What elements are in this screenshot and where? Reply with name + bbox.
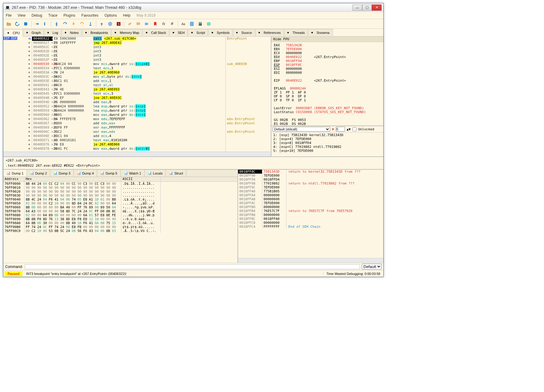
stack-row[interactable]: 0018FFB800000000: [238, 213, 383, 217]
restart-button[interactable]: [14, 20, 21, 28]
menu-help[interactable]: Help: [123, 13, 131, 18]
trace-over-button[interactable]: [78, 20, 86, 28]
menu-view[interactable]: View: [18, 13, 25, 18]
tab-notes[interactable]: ●Notes: [61, 29, 82, 36]
hide-fpu-button[interactable]: Hide FPU: [271, 37, 383, 42]
disasm-row[interactable]: 0040E03A <2674 24je 267.40E060: [3, 70, 271, 75]
menu-file[interactable]: File: [6, 13, 11, 18]
variables-button[interactable]: #: [169, 20, 176, 28]
dump-tab-5[interactable]: 📊Watch 1: [121, 170, 145, 177]
disasm-row[interactable]: 0040E027 <26E9 16FEFFFFjmp 267.40DE42: [3, 41, 271, 45]
stack-row[interactable]: 0018FF8C75B1343Dreturn to kernel32.75B13…: [238, 170, 383, 174]
maximize-button[interactable]: ▢: [362, 5, 372, 11]
disasm-row[interactable]: 0040E06C <2633C2xor eax,edxedx:EntryPoin…: [3, 130, 271, 134]
dump-pane[interactable]: 📊Dump 1📊Dump 2📊Dump 3📊Dump 4📊Dump 5📊Watc…: [3, 170, 238, 263]
menu-favourites[interactable]: Favourites: [81, 13, 98, 18]
tab-cpu[interactable]: ●CPU: [4, 29, 23, 37]
stack-row[interactable]: 0018FF9877019802return to ntdll.77019802…: [238, 181, 383, 185]
stack-pane[interactable]: 0018FF8C75B1343Dreturn to kernel32.75B13…: [238, 170, 383, 263]
tab-script[interactable]: ●Script: [188, 29, 208, 36]
disasm-row[interactable]: 0040E02C <26CCint3: [3, 45, 271, 49]
dump-header-ascii[interactable]: ASCII: [121, 177, 161, 181]
dump-row[interactable]: 76FF00008B442404CCC20400CC90C390CCC39090…: [3, 182, 238, 186]
tab-graph[interactable]: ●Graph: [23, 29, 44, 36]
disasm-row[interactable]: 0040E041 <2684C0test al,al: [3, 83, 271, 87]
dump-row[interactable]: 76FF003090909090909090909090909090909090…: [3, 194, 238, 198]
dump-header-address[interactable]: Address: [3, 177, 25, 181]
trace-into-button[interactable]: [70, 20, 77, 28]
stack-row[interactable]: 0018FFA400000000: [238, 193, 383, 197]
tab-log[interactable]: ●Log: [44, 29, 61, 36]
dump-row[interactable]: 76FF005001000000C21000908D8424DC02000064…: [3, 201, 238, 205]
disasm-row[interactable]: 0040E034 <26F7C1 03000000test ecx,3: [3, 66, 271, 70]
step-over-button[interactable]: [61, 20, 69, 28]
step-into-button[interactable]: [53, 20, 60, 28]
comments-button[interactable]: [135, 20, 142, 28]
menu-plugins[interactable]: Plugins: [64, 13, 75, 18]
disasm-row[interactable]: 0040E043 <2674 4Eje 267.40E093: [3, 87, 271, 92]
disasm-row[interactable]: 0040E071 <26A9 00010181test eax,81010100: [3, 138, 271, 142]
open-button[interactable]: [5, 20, 12, 28]
strings-button[interactable]: Aa: [180, 20, 187, 28]
dump-tab-1[interactable]: 📊Dump 2: [27, 170, 51, 177]
stack-row[interactable]: 0018FFA0775B1B05: [238, 189, 383, 193]
dump-row[interactable]: 76FF001090909090909090909090909090909090…: [3, 186, 238, 190]
stack-row[interactable]: 0018FFB476E57C7Freturn to 76E57C7F from …: [238, 209, 383, 213]
stack-row[interactable]: 0018FF940018FFD4: [238, 178, 383, 181]
disasm-row[interactable]: 0040E059 <268DA424 00000000lea esp,dword…: [3, 109, 271, 113]
patches-button[interactable]: [126, 20, 133, 28]
labels-button[interactable]: [143, 20, 150, 28]
stack-row[interactable]: 0018FFC4FFFFFFFFEnd of SEH Chain: [238, 225, 383, 229]
stack-row[interactable]: 0018FFBC0018FFA0: [238, 217, 383, 221]
run-to-user-button[interactable]: [87, 20, 94, 28]
dump-row[interactable]: 76FF007064A300000000588D7C24240CFFD08B8C…: [3, 209, 238, 213]
disasm-row[interactable]: 0040E03E <2683C1 01add ecx,1: [3, 79, 271, 83]
dump-row[interactable]: 76FF00908B8BF08D7613388DE8F8E81210000090…: [3, 217, 238, 221]
titlebar[interactable]: 267.exe - PID: 738 - Module: 267.exe - T…: [3, 3, 383, 12]
close-button[interactable]: ✕: [372, 5, 382, 11]
disasm-row[interactable]: 0040E076 <2674 E8je 267.40E060: [3, 142, 271, 147]
dump-row[interactable]: 76FF00A0648B0D300000008B4910F6410A087515…: [3, 221, 238, 225]
calling-convention-select[interactable]: Default (stdcall): [273, 127, 330, 132]
disasm-row[interactable]: 0040E04B <2675 EFjne 267.40E03C: [3, 96, 271, 100]
run-button[interactable]: [33, 20, 41, 28]
run-till-ret-button[interactable]: [107, 20, 114, 28]
tab-references[interactable]: ●References: [255, 29, 284, 36]
disasm-row[interactable]: 0040E04D <2605 00000000add eax,0: [3, 100, 271, 104]
dump-row[interactable]: 76FF00608B0D00000000BA4000FF768908895004…: [3, 205, 238, 209]
tab-memory map[interactable]: ●Memory Map: [111, 29, 143, 36]
stack-row[interactable]: 0018FF907EFDE000: [238, 174, 383, 178]
calculator-button[interactable]: [197, 20, 204, 28]
menu-debug[interactable]: Debug: [31, 13, 42, 18]
dump-tab-0[interactable]: 📊Dump 1: [3, 170, 27, 177]
command-input[interactable]: [25, 264, 360, 269]
disasm-hscroll[interactable]: [3, 152, 271, 156]
disasm-row[interactable]: 0040E078 <268B41 FCmov eax,dword ptr ds:…: [3, 147, 271, 151]
dump-tab-6[interactable]: 📊Locals: [145, 170, 166, 177]
arg-count-input[interactable]: [336, 127, 345, 132]
tab-source[interactable]: ●Source: [233, 29, 255, 36]
dump-tab-4[interactable]: 📊Dump 5: [97, 170, 121, 177]
tab-seh[interactable]: ●SEH: [169, 29, 188, 36]
minimize-button[interactable]: —: [352, 5, 362, 11]
disasm-row[interactable]: 0040E060 <268B01mov eax,dword ptr ds:[ec…: [3, 113, 271, 117]
command-mode-select[interactable]: Default: [362, 264, 382, 270]
stack-row[interactable]: 0018FF9C7EFDE000: [238, 185, 383, 189]
menu-trace[interactable]: Trace: [48, 13, 57, 18]
tab-breakpoints[interactable]: ●Breakpoints: [82, 29, 111, 36]
dump-row[interactable]: 76FF002090909090909090909090909090909090…: [3, 190, 238, 194]
tab-call stack[interactable]: ●Call Stack: [142, 29, 169, 36]
menu-options[interactable]: Options: [104, 13, 117, 18]
disasm-row[interactable]: 0040E02F <26CCint3: [3, 58, 271, 62]
stack-row[interactable]: 0018FFC000000000: [238, 221, 383, 225]
disasm-row[interactable]: 0040E045 <26F7C1 03000000test ecx,3: [3, 92, 271, 96]
bookmarks-button[interactable]: [152, 20, 159, 28]
dump-row[interactable]: 76FF008002000064890D000000006A0157E88EFE…: [3, 213, 238, 217]
disasm-row[interactable]: 0040E062 <26BA FFFEFE7Emov edx,7EFEFEFFe…: [3, 117, 271, 121]
disasm-row[interactable]: 0040E06E <2683C1 04add ecx,4: [3, 134, 271, 138]
stack-row[interactable]: 0018FFA800000000: [238, 197, 383, 201]
dump-row[interactable]: 76FF00B0FF74240CFF742408E8FB000000000000…: [3, 225, 238, 229]
stack-row[interactable]: 0018FFAC7EFDE000: [238, 201, 383, 205]
disasm-row[interactable]: 0040E02D <26CCint3: [3, 49, 271, 54]
modules-button[interactable]: [188, 20, 195, 28]
